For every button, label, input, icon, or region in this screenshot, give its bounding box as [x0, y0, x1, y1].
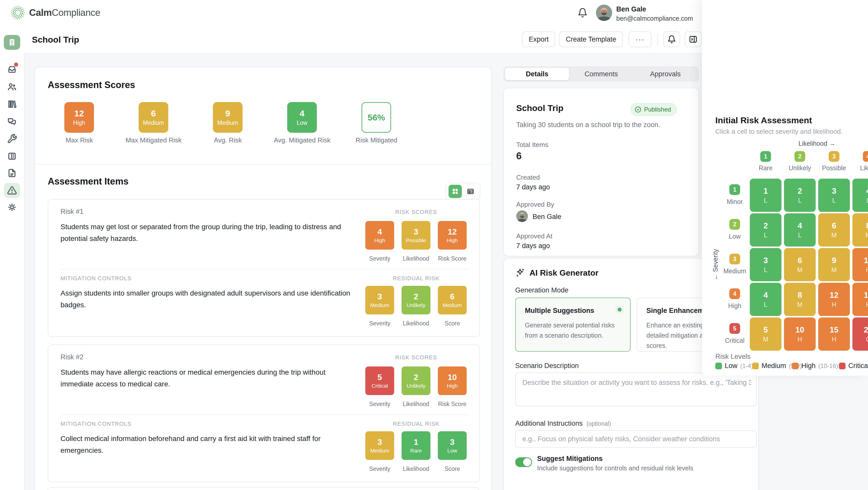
export-button[interactable]: Export	[522, 31, 555, 47]
sidebar-item-settings[interactable]	[7, 202, 17, 212]
risk-description: Students may have allergic reactions or …	[61, 366, 354, 390]
sidebar-item-workspace[interactable]	[4, 35, 20, 50]
matrix-cell[interactable]: 15H	[818, 318, 850, 351]
suggest-mitigations-toggle[interactable]	[515, 457, 532, 467]
risk-item-card[interactable]: Risk #2 RISK SCORES Students may have al…	[48, 345, 480, 482]
sidebar-item-documents[interactable]	[7, 168, 17, 178]
risk-item-card[interactable]	[47, 487, 479, 490]
scenario-textarea[interactable]	[516, 373, 756, 406]
risk-item-card[interactable]: Risk #1 RISK SCORES Students may get los…	[48, 199, 480, 337]
score-summary-tile: 6Medium	[138, 102, 168, 133]
risk-scores-label: RISK SCORES	[365, 209, 467, 216]
notifications-bell-icon[interactable]	[578, 8, 588, 18]
risk-score-tile: 6Medium	[438, 286, 467, 315]
user-name: Ben Gale	[616, 5, 693, 13]
building-icon	[7, 38, 17, 47]
created-value: 7 days ago	[516, 183, 550, 191]
score-caption: Max Mitigated Risk	[116, 136, 191, 144]
mitigation-text: Assign students into smaller groups with…	[61, 287, 354, 311]
likelihood-label: Possible	[817, 164, 851, 172]
score-caption: Avg. Mitigated Risk	[265, 136, 339, 144]
gear-icon	[7, 202, 17, 212]
tab-approvals[interactable]: Approvals	[633, 68, 698, 80]
toggle-side-panel-button[interactable]	[685, 31, 702, 47]
matrix-cell[interactable]: 16H	[852, 283, 868, 316]
severity-label: Medium	[714, 267, 755, 275]
matrix-cell[interactable]: 8M	[852, 214, 868, 247]
matrix-cell[interactable]: 20C	[852, 318, 868, 351]
score-summary-tile: 56%	[362, 102, 391, 133]
logo-swirl-icon	[10, 5, 26, 21]
sidebar-item-assessments[interactable]	[4, 183, 20, 198]
section-divider	[35, 164, 492, 165]
tile-caption: Severity	[365, 401, 394, 407]
approver-avatar	[516, 210, 528, 222]
grid-view-button[interactable]	[448, 185, 462, 198]
scenario-description-field[interactable]: Describe the situation or activity you w…	[515, 372, 757, 406]
matrix-cell[interactable]: 3L	[750, 248, 781, 281]
additional-instructions-input[interactable]	[515, 430, 757, 448]
score-value: 56%	[368, 112, 385, 123]
create-template-button[interactable]: Create Template	[559, 31, 623, 47]
tab-comments[interactable]: Comments	[569, 68, 633, 80]
matrix-cell[interactable]: 12H	[852, 248, 868, 281]
panel-right-icon	[689, 35, 698, 44]
tab-details[interactable]: Details	[505, 68, 569, 80]
inbox-notification-dot	[14, 63, 18, 67]
toggle-title: Suggest Mitigations	[537, 455, 603, 463]
tile-caption: Likelihood	[402, 401, 430, 407]
more-actions-button[interactable]: ···	[628, 31, 652, 47]
sidebar-item-departments[interactable]	[7, 151, 17, 161]
score-level: Medium	[217, 120, 238, 126]
scenario-placeholder: Describe the situation or activity you w…	[522, 379, 751, 387]
sidebar-item-library[interactable]	[7, 99, 17, 109]
wrench-icon	[7, 134, 17, 144]
matrix-cell[interactable]: 1L	[750, 178, 781, 212]
status-badge-label: Published	[644, 106, 671, 113]
table-view-button[interactable]	[464, 185, 477, 198]
sidebar-item-users[interactable]	[7, 81, 17, 92]
sidebar-item-chat[interactable]	[7, 117, 17, 127]
likelihood-label: Unlikely	[783, 164, 817, 172]
matrix-cell[interactable]: 2L	[784, 178, 816, 212]
score-cards-row: 12High6Medium9Medium4Low56%	[64, 102, 391, 133]
matrix-cell[interactable]: 9M	[818, 248, 850, 281]
mode-description: Generate several potential risks from a …	[525, 320, 620, 340]
library-books-icon	[7, 99, 17, 109]
matrix-cell[interactable]: 4L	[784, 214, 816, 247]
radio-selected-icon[interactable]	[616, 306, 623, 314]
risk-score-tile: 2Unlikely	[402, 286, 430, 315]
chat-bubbles-icon	[7, 117, 17, 127]
page-title: School Trip	[32, 35, 79, 45]
legend-item: Low(1-4)	[715, 362, 753, 370]
severity-label: High	[714, 302, 755, 309]
mode-multiple-suggestions[interactable]: Multiple Suggestions Generate several po…	[515, 298, 630, 352]
matrix-cell[interactable]: 12H	[818, 283, 850, 316]
severity-axis-label: ← Severity	[712, 236, 719, 293]
score-level: High	[73, 120, 85, 126]
header-divider	[657, 33, 658, 45]
header-bell-button[interactable]	[663, 31, 680, 47]
matrix-cell[interactable]: 6M	[818, 214, 850, 247]
matrix-subtitle: Click a cell to select severity and like…	[715, 128, 843, 135]
sidebar-item-tools[interactable]	[7, 134, 17, 144]
matrix-cell[interactable]: 8M	[784, 283, 816, 316]
risk-score-tile: 3Possible	[402, 221, 430, 250]
tile-caption: Likelihood	[402, 320, 430, 327]
score-summary-tile: 9Medium	[213, 102, 243, 133]
matrix-cell[interactable]: 4L	[852, 178, 868, 212]
created-label: Created	[516, 173, 540, 182]
user-avatar[interactable]	[596, 5, 612, 21]
residual-captions: SeverityLikelihoodScore	[365, 465, 467, 472]
status-badge: Published	[630, 103, 677, 116]
matrix-cell[interactable]: 2L	[750, 214, 781, 247]
tile-caption: Risk Score	[438, 401, 467, 407]
grid-icon	[452, 188, 459, 195]
matrix-cell[interactable]: 10H	[784, 318, 816, 351]
matrix-cell[interactable]: 5M	[750, 318, 781, 351]
sidebar-item-inbox[interactable]	[7, 64, 17, 74]
severity-badge: 5	[730, 323, 740, 334]
matrix-cell[interactable]: 4L	[750, 283, 781, 316]
matrix-cell[interactable]: 3L	[818, 178, 850, 212]
matrix-cell[interactable]: 6M	[784, 248, 816, 281]
